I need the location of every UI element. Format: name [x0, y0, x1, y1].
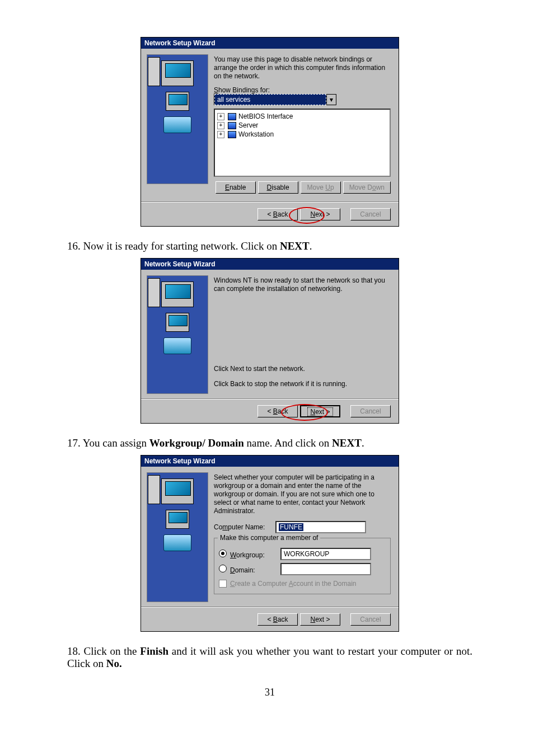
wizard-description: Select whether your computer will be par…: [214, 473, 391, 515]
wizard-workgroup: Network Setup Wizard Select whether your…: [140, 455, 399, 632]
next-button[interactable]: Next >: [300, 208, 340, 220]
wizard-description: Click Next to start the network.: [214, 365, 391, 373]
page-number: 31: [67, 687, 472, 698]
cancel-button: Cancel: [350, 613, 391, 626]
computer-name-field[interactable]: FUNFE: [275, 521, 366, 533]
step-17: 17. You can assign Workgroup/ Domain nam…: [67, 437, 472, 449]
dropdown-value: all services: [214, 94, 326, 105]
move-up-button: Move Up: [301, 181, 341, 194]
monitor-icon: [161, 60, 194, 86]
monitor-icon: [161, 478, 194, 504]
wizard-start-network: Network Setup Wizard Windows NT is now r…: [140, 258, 399, 424]
domain-field[interactable]: [280, 563, 371, 575]
chevron-down-icon[interactable]: ▾: [326, 95, 336, 105]
tree-item[interactable]: +NetBIOS Interface: [217, 112, 387, 121]
wizard-description: Click Back to stop the network if it is …: [214, 380, 391, 388]
device-icon: [163, 116, 191, 133]
title-bar: Network Setup Wizard: [141, 259, 399, 270]
domain-radio[interactable]: [219, 565, 227, 572]
bindings-dropdown[interactable]: all services ▾: [214, 94, 336, 105]
tree-item[interactable]: +Workstation: [217, 130, 387, 139]
move-down-button: Move Down: [343, 181, 391, 194]
monitor-icon: [161, 281, 194, 307]
bindings-label: Show Bindings for:: [214, 86, 270, 94]
workgroup-radio[interactable]: [219, 550, 227, 557]
computer-name-label: Computer Name:: [214, 523, 275, 531]
group-title: Make this computer a member of: [218, 534, 320, 542]
title-bar: Network Setup Wizard: [141, 37, 399, 49]
back-button[interactable]: < Back: [257, 613, 298, 626]
create-account-label: Create a Computer Account in the Domain: [230, 580, 356, 588]
monitor-icon: [166, 92, 189, 111]
wizard-art: [147, 54, 208, 184]
wizard-bindings: Network Setup Wizard You may use this pa…: [140, 37, 399, 227]
step-18: 18. Click on the Finish and it will ask …: [67, 645, 472, 670]
member-group: Make this computer a member of Workgroup…: [214, 538, 391, 594]
monitor-icon: [166, 313, 189, 332]
wizard-art: [147, 472, 208, 602]
back-button[interactable]: < Back: [257, 405, 298, 417]
workgroup-field[interactable]: WORKGROUP: [280, 548, 371, 560]
next-button[interactable]: Next >: [300, 613, 340, 626]
wizard-art: [147, 275, 208, 394]
disable-button[interactable]: Disable: [258, 181, 298, 194]
device-icon: [163, 534, 191, 551]
step-16: 16. Now it is ready for starting network…: [67, 240, 472, 252]
wizard-description: Windows NT is now ready to start the net…: [214, 276, 391, 293]
wizard-description: You may use this page to disable network…: [214, 55, 391, 81]
tree-item[interactable]: +Server: [217, 121, 387, 130]
enable-button[interactable]: Enable: [216, 181, 256, 194]
cancel-button: Cancel: [350, 208, 391, 220]
device-icon: [163, 337, 191, 354]
cancel-button: Cancel: [350, 405, 391, 417]
back-button[interactable]: < Back: [257, 208, 298, 220]
title-bar: Network Setup Wizard: [141, 456, 399, 467]
next-button[interactable]: Next >: [300, 405, 340, 417]
bindings-tree[interactable]: +NetBIOS Interface +Server +Workstation: [214, 109, 391, 177]
monitor-icon: [166, 510, 189, 529]
create-account-checkbox: [219, 580, 227, 588]
